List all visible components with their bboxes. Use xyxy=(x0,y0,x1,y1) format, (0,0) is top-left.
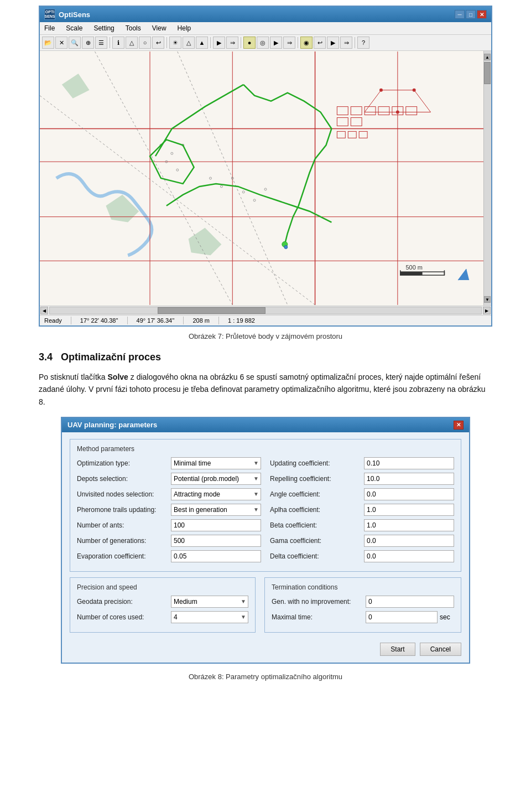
pheromone-select[interactable]: Best in generation xyxy=(171,504,261,516)
tb-open[interactable]: 📂 xyxy=(42,37,54,49)
tb-sun[interactable]: ☀ xyxy=(169,37,181,49)
tb-fwd3[interactable]: ⇒ xyxy=(340,37,352,49)
tb-pan[interactable]: ☰ xyxy=(95,37,107,49)
depots-wrapper: Potential (prob.model) ▼ xyxy=(171,473,261,485)
optimization-type-select[interactable]: Minimal time xyxy=(171,457,261,469)
start-button[interactable]: Start xyxy=(380,643,415,656)
tb-circ3[interactable]: ◉ xyxy=(300,37,313,49)
param-row-beta: Beta coefficient: xyxy=(270,519,454,531)
close-button[interactable]: ✕ xyxy=(477,10,487,19)
geodata-label: Geodata precision: xyxy=(77,598,171,606)
geodata-select[interactable]: Medium xyxy=(171,596,248,608)
svg-point-32 xyxy=(413,89,416,92)
tb-play1[interactable]: ▶ xyxy=(213,37,225,49)
svg-rect-49 xyxy=(400,272,423,275)
dialog-close-button[interactable]: ✕ xyxy=(454,421,464,430)
precision-group-col: Precision and speed Geodata precision: M… xyxy=(70,577,256,638)
tb-fwd[interactable]: ⇒ xyxy=(226,37,238,49)
tb-info[interactable]: ℹ xyxy=(112,37,124,49)
cores-select[interactable]: 4 xyxy=(171,611,248,623)
repelling-input[interactable] xyxy=(364,473,454,485)
gen-improve-label: Gen. with no improvement: xyxy=(272,598,366,606)
updating-input[interactable] xyxy=(364,457,454,469)
status-scale: 1 : 19 882 xyxy=(228,317,255,324)
map-canvas[interactable]: 500 m ▲ ▼ xyxy=(40,51,491,306)
tb-close[interactable]: ✕ xyxy=(55,37,67,49)
dialog-title: UAV planning: parameters xyxy=(67,421,157,429)
tb-arrow1[interactable]: △ xyxy=(183,37,195,49)
optimization-type-label: Optimization type: xyxy=(77,459,171,467)
param-row-maxtime: Maximal time: sec xyxy=(272,611,454,623)
figure7-caption: Obrázek 7: Průletové body v zájmovém pro… xyxy=(39,332,492,340)
tb-play2[interactable]: ▶ xyxy=(270,37,282,49)
tb-fwd2[interactable]: ⇒ xyxy=(283,37,295,49)
tb-triangle[interactable]: △ xyxy=(126,37,138,49)
titlebar-left: OPTISENS OptiSens xyxy=(44,9,90,20)
tb-search[interactable]: 🔍 xyxy=(69,37,81,49)
beta-input[interactable] xyxy=(364,519,454,531)
menu-setting[interactable]: Setting xyxy=(91,23,116,33)
ants-input[interactable] xyxy=(171,519,261,531)
tb-circle2[interactable]: ● xyxy=(243,37,256,49)
scroll-left-arrow[interactable]: ◀ xyxy=(40,307,48,314)
status-altitude: 208 m xyxy=(192,317,210,324)
updating-label: Updating coefficient: xyxy=(270,459,364,467)
param-row-unvisited: Unvisited nodes selection: Attracting mo… xyxy=(77,488,261,500)
method-params-right: Updating coefficient: Repelling coeffici… xyxy=(270,457,454,566)
param-row-depots: Depots selection: Potential (prob.model)… xyxy=(77,473,261,485)
menu-help[interactable]: Help xyxy=(175,23,194,33)
tb-sep4 xyxy=(241,37,241,48)
cancel-button[interactable]: Cancel xyxy=(420,643,461,656)
tb-curve[interactable]: ↩ xyxy=(152,37,164,49)
param-row-alpha: Aplha coefficient: xyxy=(270,504,454,516)
tb-circle[interactable]: ○ xyxy=(139,37,151,49)
delta-input[interactable] xyxy=(364,550,454,562)
tb-arrow2[interactable]: ▲ xyxy=(196,37,208,49)
tb-ring[interactable]: ◎ xyxy=(257,37,269,49)
menu-file[interactable]: File xyxy=(42,23,57,33)
svg-text:500 m: 500 m xyxy=(405,264,422,271)
minimize-button[interactable]: ─ xyxy=(455,10,465,19)
scroll-right-arrow[interactable]: ▶ xyxy=(483,307,491,314)
status-sep4 xyxy=(218,317,219,324)
cores-label: Number of cores used: xyxy=(77,613,171,621)
scrollbar-horizontal-track[interactable] xyxy=(49,307,482,314)
tb-sep1 xyxy=(110,37,110,48)
alpha-input[interactable] xyxy=(364,504,454,516)
param-row-generations: Number of generations: xyxy=(77,535,261,547)
scrollbar-row-horizontal: ◀ ▶ xyxy=(40,306,491,315)
gen-improve-input[interactable] xyxy=(366,596,454,608)
maximize-button[interactable]: □ xyxy=(466,10,476,19)
app-icon: OPTISENS xyxy=(44,9,55,20)
method-params-label: Method parameters xyxy=(77,445,454,453)
svg-point-47 xyxy=(284,245,288,249)
termination-group: Termination conditions Gen. with no impr… xyxy=(264,577,461,633)
cores-wrapper: 4 ▼ xyxy=(171,611,248,623)
scroll-down-arrow[interactable]: ▼ xyxy=(484,296,491,303)
menu-view[interactable]: View xyxy=(150,23,169,33)
unvisited-select[interactable]: Attracting mode xyxy=(171,488,261,500)
scroll-h-thumb[interactable] xyxy=(158,307,266,314)
maxtime-input[interactable] xyxy=(366,611,438,623)
gama-input[interactable] xyxy=(364,535,454,547)
menu-tools[interactable]: Tools xyxy=(123,23,143,33)
tb-back[interactable]: ↩ xyxy=(314,37,326,49)
window-title: OptiSens xyxy=(59,11,90,19)
maxtime-label: Maximal time: xyxy=(272,613,366,621)
generations-input[interactable] xyxy=(171,535,261,547)
scroll-thumb[interactable] xyxy=(484,62,491,84)
delta-label: Delta coefficient: xyxy=(270,552,364,560)
depots-select[interactable]: Potential (prob.model) xyxy=(171,473,261,485)
status-ready: Ready xyxy=(44,317,62,324)
menu-scale[interactable]: Scale xyxy=(64,23,85,33)
termination-group-col: Termination conditions Gen. with no impr… xyxy=(264,577,461,638)
unvisited-wrapper: Attracting mode ▼ xyxy=(171,488,261,500)
scrollbar-vertical[interactable]: ▲ ▼ xyxy=(483,51,491,306)
angle-input[interactable] xyxy=(364,488,454,500)
tb-help[interactable]: ? xyxy=(357,37,369,49)
tb-select[interactable]: ⊕ xyxy=(82,37,94,49)
param-row-updating: Updating coefficient: xyxy=(270,457,454,469)
tb-play3[interactable]: ▶ xyxy=(327,37,339,49)
scroll-up-arrow[interactable]: ▲ xyxy=(484,54,491,60)
evaporation-input[interactable] xyxy=(171,550,261,562)
